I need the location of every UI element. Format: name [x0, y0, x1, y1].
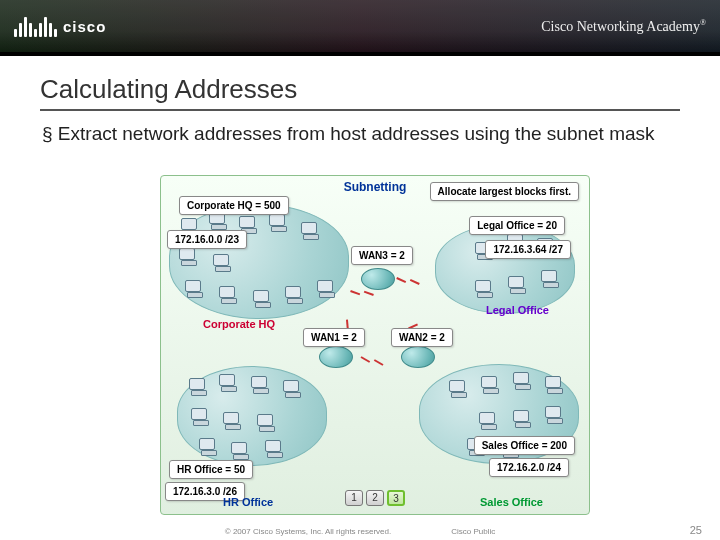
pc-icon	[223, 412, 241, 428]
pc-icon	[317, 280, 335, 296]
pc-icon	[541, 270, 559, 286]
pc-icon	[301, 222, 319, 238]
slide-header: cisco Cisco Networking Academy®	[0, 0, 720, 56]
box-wan1: WAN1 = 2	[303, 328, 365, 347]
cisco-bars-icon	[14, 15, 57, 37]
diagram-pager: 1 2 3	[345, 490, 405, 506]
box-legal-cidr: 172.16.3.64 /27	[485, 240, 571, 259]
wan-link	[350, 286, 373, 300]
box-wan3: WAN3 = 2	[351, 246, 413, 265]
pc-icon	[513, 410, 531, 426]
pc-icon	[545, 376, 563, 392]
pager-btn-3[interactable]: 3	[387, 490, 405, 506]
router-icon	[401, 346, 435, 368]
subnetting-diagram: Subnetting Corporate HQ =	[160, 175, 590, 515]
pc-icon	[257, 414, 275, 430]
cisco-logo: cisco	[14, 15, 106, 37]
pc-icon	[253, 290, 271, 306]
pager-btn-1[interactable]: 1	[345, 490, 363, 506]
pc-icon	[479, 412, 497, 428]
cisco-wordmark: cisco	[63, 18, 106, 35]
pc-icon	[213, 254, 231, 270]
footer-classification: Cisco Public	[451, 527, 495, 536]
pc-icon	[449, 380, 467, 396]
box-alloc-note: Allocate largest blocks first.	[430, 182, 579, 201]
academy-label: Cisco Networking Academy®	[541, 18, 706, 35]
caption-hr: HR Office	[223, 496, 273, 508]
pc-icon	[283, 380, 301, 396]
pc-icon	[189, 378, 207, 394]
pc-icon	[179, 248, 197, 264]
router-icon	[319, 346, 353, 368]
pc-icon	[285, 286, 303, 302]
slide-number: 25	[690, 524, 702, 536]
bullet-text: Extract network addresses from host addr…	[0, 111, 720, 145]
pc-icon	[199, 438, 217, 454]
pc-icon	[269, 214, 287, 230]
pc-icon	[481, 376, 499, 392]
caption-legal: Legal Office	[486, 304, 549, 316]
pc-icon	[545, 406, 563, 422]
pc-icon	[265, 440, 283, 456]
pc-icon	[219, 374, 237, 390]
pager-btn-2[interactable]: 2	[366, 490, 384, 506]
box-hr-name: HR Office = 50	[169, 460, 253, 479]
caption-hq: Corporate HQ	[203, 318, 275, 330]
caption-sales: Sales Office	[480, 496, 543, 508]
slide-title: Calculating Addresses	[40, 74, 680, 111]
box-sales-name: Sales Office = 200	[474, 436, 575, 455]
pc-icon	[185, 280, 203, 296]
box-hq-name: Corporate HQ = 500	[179, 196, 289, 215]
pc-icon	[231, 442, 249, 458]
box-legal-name: Legal Office = 20	[469, 216, 565, 235]
footer-copyright: © 2007 Cisco Systems, Inc. All rights re…	[225, 527, 391, 536]
pc-icon	[513, 372, 531, 388]
pc-icon	[475, 280, 493, 296]
pc-icon	[251, 376, 269, 392]
pc-icon	[219, 286, 237, 302]
slide-footer: © 2007 Cisco Systems, Inc. All rights re…	[0, 527, 720, 536]
box-wan2: WAN2 = 2	[391, 328, 453, 347]
wan-link	[361, 356, 383, 366]
pc-icon	[191, 408, 209, 424]
box-sales-cidr: 172.16.2.0 /24	[489, 458, 569, 477]
pc-icon	[508, 276, 526, 292]
box-hq-cidr: 172.16.0.0 /23	[167, 230, 247, 249]
wan-link	[397, 275, 420, 287]
